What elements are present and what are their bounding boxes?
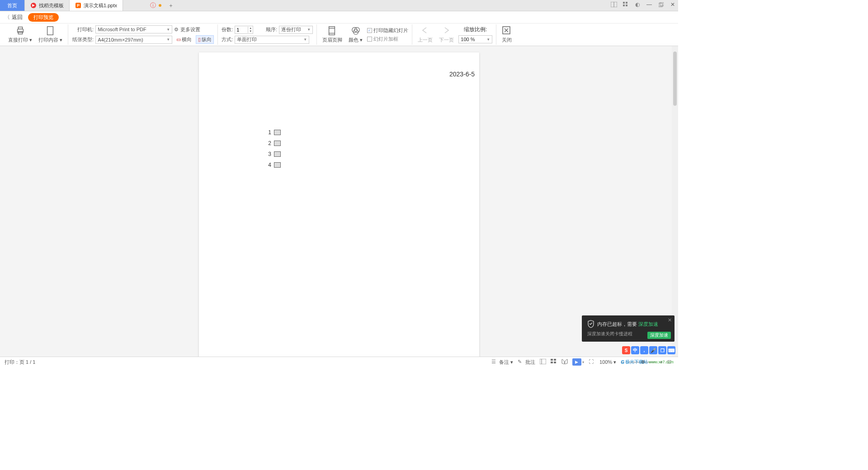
chevron-down-icon: ▼ [303, 38, 307, 42]
landscape-button[interactable]: ▭横向 [174, 35, 194, 44]
printer-icon [15, 26, 25, 36]
paper-label: 纸张类型: [72, 36, 94, 43]
arrow-right-icon [442, 26, 452, 36]
svg-rect-26 [551, 362, 553, 363]
print-preview-badge: 打印预览 [28, 13, 59, 22]
portrait-icon: ▯ [198, 37, 201, 42]
copies-stepper[interactable]: ▲▼ [235, 26, 253, 34]
checkbox-icon: ✓ [367, 28, 372, 33]
svg-rect-10 [660, 2, 664, 6]
mode-select[interactable]: 单面打印▼ [235, 36, 309, 44]
close-box-icon [502, 26, 512, 36]
svg-rect-7 [623, 5, 625, 6]
svg-rect-5 [623, 2, 625, 4]
back-button[interactable]: 〈 返回 [5, 14, 23, 21]
order-label: 顺序: [266, 26, 277, 33]
landscape-icon: ▭ [176, 37, 181, 42]
close-icon[interactable]: ✕ [668, 317, 672, 323]
tab-label: 演示文稿1.pptx [84, 2, 117, 9]
ime-voice-button[interactable]: 🎤 [649, 346, 657, 354]
status-bar: 打印：页 1 / 1 ☰备注 ▾ ✎批注 ▶▾ ⛶ 100% ▾ − + ⊡ [0, 357, 678, 367]
svg-rect-22 [540, 359, 546, 364]
vertical-scrollbar[interactable] [672, 46, 678, 357]
printer-select[interactable]: Microsoft Print to PDF▼ [95, 25, 172, 33]
tab-status-icons: ⓘ [150, 0, 161, 11]
tab-document[interactable]: P 演示文稿1.pptx [70, 0, 123, 11]
svg-rect-12 [18, 27, 22, 29]
prev-page-button[interactable]: 上一页 [416, 26, 434, 43]
order-select[interactable]: 逐份打印▼ [279, 26, 313, 34]
list-item: 1 [267, 129, 457, 136]
slide-thumb-icon [274, 130, 281, 135]
zoom-select[interactable]: 100 %▼ [458, 35, 492, 43]
ime-lang-button[interactable]: 中 [631, 346, 639, 354]
more-settings-button[interactable]: 更多设置 [180, 26, 200, 33]
spin-up-icon[interactable]: ▲ [248, 27, 253, 30]
list-item: 4 [267, 162, 457, 168]
close-preview-button[interactable]: 关闭 [500, 26, 514, 43]
scroll-thumb[interactable] [673, 52, 677, 106]
view-sorter-icon[interactable] [551, 359, 557, 365]
ime-punct-button[interactable]: ， [640, 346, 648, 354]
ribbon-toolbar: 直接打印 ▾ 打印内容 ▾ 打印机: Microsoft Print to PD… [0, 24, 678, 46]
color-button[interactable]: 颜色 ▾ [347, 26, 364, 43]
layout-icon[interactable] [610, 1, 618, 8]
ime-toolbar: S 中 ， 🎤 ❐ ⌨ [622, 346, 675, 354]
ime-logo-icon[interactable]: S [622, 346, 630, 354]
spin-down-icon[interactable]: ▼ [248, 30, 253, 33]
slideshow-button[interactable]: ▶ [572, 358, 581, 366]
svg-rect-9 [659, 3, 662, 7]
svg-rect-14 [47, 27, 53, 35]
copies-input[interactable] [235, 27, 248, 33]
portrait-button[interactable]: ▯纵向 [196, 35, 214, 44]
comments-toggle[interactable]: ✎批注 [518, 359, 535, 366]
zoom-display[interactable]: 100% ▾ [599, 359, 616, 365]
preview-canvas[interactable]: 2023-6-5 1 2 3 4 [0, 46, 678, 357]
chevron-left-icon: 〈 [5, 14, 10, 21]
ime-keyboard-button[interactable]: ⌨ [667, 346, 675, 354]
close-icon[interactable]: ✕ [669, 1, 676, 8]
view-reading-icon[interactable] [561, 359, 568, 365]
copies-label: 份数: [222, 26, 233, 33]
slide-frame-checkbox[interactable]: 幻灯片加框 [367, 36, 408, 42]
header-footer-button[interactable]: 页眉页脚 [321, 26, 344, 43]
svg-rect-13 [18, 32, 22, 34]
minimize-icon[interactable]: — [646, 1, 653, 8]
maximize-icon[interactable] [657, 1, 665, 8]
mode-label: 方式: [222, 36, 233, 43]
docer-icon [30, 2, 37, 9]
ime-skin-button[interactable]: ❐ [658, 346, 666, 354]
tab-home[interactable]: 首页 [0, 0, 25, 11]
next-page-button[interactable]: 下一页 [437, 26, 456, 43]
tab-template[interactable]: 找稻壳模板 [25, 0, 70, 11]
apps-icon[interactable] [622, 1, 629, 8]
print-hidden-checkbox[interactable]: ✓打印隐藏幻灯片 [367, 27, 408, 34]
svg-rect-6 [626, 2, 627, 4]
new-tab-button[interactable]: ＋ [164, 0, 178, 11]
window-controls: ◐ — ✕ [610, 1, 676, 8]
preview-page: 2023-6-5 1 2 3 4 [199, 52, 479, 357]
print-content-button[interactable]: 打印内容 ▾ [37, 26, 64, 43]
notes-icon: ☰ [491, 359, 498, 365]
memory-notification: ✕ 内存已超标，需要 深度加速 深度加速关闭卡慢进程 深度加速 [582, 315, 675, 342]
boost-button[interactable]: 深度加速 [647, 332, 671, 339]
header-footer-icon [327, 26, 337, 36]
comment-icon: ✎ [518, 359, 524, 365]
warning-icon: ⓘ [150, 1, 156, 9]
slide-thumb-icon [274, 151, 281, 157]
chevron-down-icon: ▼ [166, 38, 170, 42]
arrow-left-icon [420, 26, 430, 36]
page-icon [46, 26, 56, 36]
watermark-icon: G [621, 360, 624, 365]
paper-select[interactable]: A4(210mm×297mm)▼ [95, 36, 172, 44]
page-date: 2023-6-5 [449, 70, 475, 78]
skin-icon[interactable]: ◐ [634, 1, 641, 8]
view-normal-icon[interactable] [540, 359, 546, 365]
fit-icon[interactable]: ⛶ [589, 359, 595, 365]
notes-toggle[interactable]: ☰备注 ▾ [491, 359, 513, 366]
svg-rect-8 [626, 5, 627, 6]
tab-bar: 首页 找稻壳模板 P 演示文稿1.pptx ⓘ ＋ [0, 0, 678, 11]
ppt-icon: P [75, 2, 81, 9]
direct-print-button[interactable]: 直接打印 ▾ [6, 26, 34, 43]
gear-icon: ⚙ [174, 27, 179, 33]
